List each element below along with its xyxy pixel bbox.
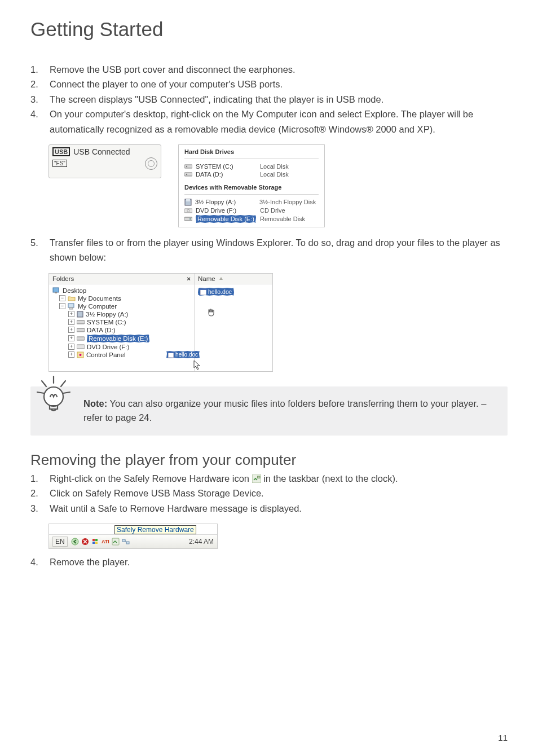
expand-icon[interactable]: + — [68, 351, 74, 358]
document-page: Getting Started 1.Remove the USB port co… — [0, 0, 538, 756]
floppy-icon — [77, 311, 83, 318]
taskbar-figure: Safely Remove Hardware EN ATI 2:44 AM — [48, 524, 218, 549]
lcd-spiral-icon — [145, 157, 157, 170]
svg-rect-12 — [68, 304, 74, 307]
svg-rect-0 — [184, 165, 192, 168]
svg-rect-13 — [69, 307, 73, 309]
svg-line-27 — [61, 381, 65, 386]
tray-ati-icon[interactable]: ATI — [102, 538, 109, 546]
lightbulb-icon — [34, 375, 73, 419]
svg-rect-32 — [257, 476, 260, 478]
dvd-icon — [184, 207, 192, 214]
svg-rect-24 — [200, 288, 206, 290]
tree-node-label: Control Panel — [86, 351, 126, 358]
svg-rect-22 — [168, 351, 174, 353]
drives-panel: Hard Disk Drives SYSTEM (C:) Local Disk … — [178, 144, 325, 227]
taskbar-tooltip: Safely Remove Hardware — [114, 525, 196, 534]
collapse-icon[interactable]: − — [59, 303, 65, 309]
file-panel-header: Name — [195, 274, 272, 284]
tree-node[interactable]: + DVD Drive (F:) — [68, 343, 194, 351]
tree-node[interactable]: + DATA (D:) — [68, 326, 194, 334]
step-text: Click on Safely Remove USB Mass Storage … — [50, 486, 508, 500]
svg-rect-16 — [77, 328, 85, 332]
taskbar-clock: 2:44 AM — [189, 538, 214, 546]
expand-icon[interactable]: + — [68, 335, 74, 341]
step-item: 1. Right-click on the Safely Remove Hard… — [30, 471, 508, 486]
explorer-figure: Folders × Desktop − My Documents − My Co… — [48, 273, 273, 372]
step-item: 5.Transfer files to or from the player u… — [30, 235, 508, 265]
svg-rect-15 — [77, 320, 85, 324]
drive-row-selected: Removable Disk (E:) Removable Disk — [184, 214, 319, 223]
language-indicator[interactable]: EN — [52, 537, 68, 547]
drive-type: Removable Disk — [260, 216, 319, 222]
tree-node[interactable]: + SYSTEM (C:) — [68, 318, 194, 326]
tree-node[interactable]: Desktop — [52, 287, 194, 295]
tray-network-icon[interactable] — [122, 538, 130, 546]
svg-rect-18 — [77, 345, 85, 349]
tree-node[interactable]: − My Computer — [59, 302, 194, 310]
harddisk-icon — [77, 327, 85, 333]
svg-rect-5 — [186, 199, 190, 201]
tray-back-icon[interactable] — [71, 538, 79, 546]
tree-node-label: DATA (D:) — [87, 327, 116, 333]
file-panel-body: hello.doc — [195, 284, 272, 371]
svg-point-3 — [186, 174, 187, 175]
expand-icon[interactable]: + — [68, 327, 74, 333]
tree-node-label: My Documents — [78, 295, 121, 302]
expand-icon[interactable]: + — [68, 319, 74, 325]
tree-node[interactable]: + 3½ Floppy (A:) — [68, 310, 194, 318]
tray-remove-hardware-icon[interactable] — [112, 538, 120, 546]
drive-type: Local Disk — [260, 171, 319, 178]
drives-heading-hdd: Hard Disk Drives — [184, 148, 319, 155]
step-text: On your computer's desktop, right-click … — [50, 107, 508, 137]
expand-icon[interactable]: + — [68, 344, 74, 350]
step-number: 2. — [30, 486, 45, 500]
harddisk-icon — [184, 163, 192, 169]
svg-rect-2 — [184, 173, 192, 176]
file-list-panel: Name hello.doc — [195, 274, 272, 371]
step-number: 4. — [30, 107, 45, 137]
step-item: 4.Remove the player. — [30, 555, 508, 569]
svg-rect-9 — [189, 218, 191, 220]
step-item: 3.The screen displays "USB Connected", i… — [30, 92, 508, 107]
expand-icon[interactable]: + — [68, 311, 74, 317]
drive-label: SYSTEM (C:) — [196, 163, 257, 170]
folder-icon — [68, 295, 76, 301]
tree-node-label: My Computer — [78, 303, 117, 310]
collapse-icon[interactable]: − — [59, 295, 65, 301]
tree-node-label: Desktop — [63, 287, 86, 294]
computer-icon — [68, 303, 76, 310]
lcd-usb-badge: USB — [52, 147, 70, 156]
page-number: 11 — [498, 733, 508, 742]
grab-cursor-icon — [206, 308, 216, 318]
tray-shield-icon[interactable] — [81, 538, 89, 546]
drive-type: Local Disk — [260, 163, 319, 170]
drive-label: DATA (D:) — [196, 171, 257, 178]
close-icon[interactable]: × — [187, 275, 191, 282]
harddisk-icon — [184, 171, 192, 177]
tree-node[interactable]: − My Documents — [59, 295, 194, 302]
controlpanel-icon — [77, 351, 84, 358]
step-item: 1.Remove the USB port cover and disconne… — [30, 62, 508, 77]
dvd-icon — [77, 344, 85, 350]
sort-asc-icon[interactable] — [219, 276, 223, 281]
step-number: 4. — [30, 555, 45, 569]
removabledisk-icon — [77, 336, 85, 341]
steps-list-1b: 5.Transfer files to or from the player u… — [30, 235, 508, 265]
tree-node-selected[interactable]: + Removable Disk (E:) — [68, 334, 194, 343]
step-text: Right-click on the Safely Remove Hardwar… — [50, 471, 508, 486]
step-text: The screen displays "USB Connected", ind… — [50, 92, 508, 107]
svg-text:ATI: ATI — [102, 539, 109, 544]
svg-rect-11 — [55, 292, 57, 293]
svg-line-26 — [42, 381, 46, 386]
svg-rect-42 — [126, 542, 129, 544]
tray-flag-icon[interactable] — [91, 538, 99, 546]
step-number: 1. — [30, 62, 45, 77]
drive-type: 3½-Inch Floppy Disk — [259, 199, 319, 205]
step-item: 2.Connect the player to one of your comp… — [30, 77, 508, 91]
drive-label: Removable Disk (E:) — [196, 215, 257, 223]
step-text: Connect the player to one of your comput… — [50, 77, 508, 91]
step-number: 1. — [30, 471, 45, 486]
file-item-selected[interactable]: hello.doc — [198, 288, 234, 296]
svg-point-1 — [186, 166, 187, 167]
